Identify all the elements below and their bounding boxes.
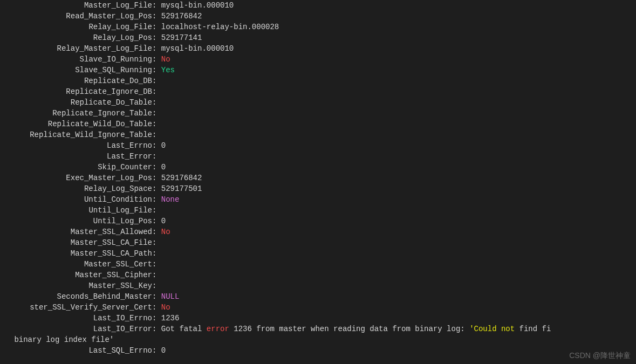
colon: : bbox=[152, 141, 161, 150]
colon: : bbox=[152, 195, 161, 204]
status-label: ster_SSL_Verify_Server_Cert bbox=[0, 302, 152, 313]
status-value: 529177141 bbox=[161, 33, 202, 42]
io-error-text: 1236 from master when reading data from … bbox=[229, 325, 469, 333]
status-label: Slave_IO_Running bbox=[0, 54, 152, 65]
status-value: No bbox=[161, 55, 170, 64]
status-label: Seconds_Behind_Master bbox=[0, 291, 152, 302]
status-row: Relay_Log_File: localhost-relay-bin.0000… bbox=[0, 22, 636, 32]
colon: : bbox=[152, 228, 161, 236]
colon: : bbox=[152, 238, 161, 247]
watermark-text: CSDN @降世神童 bbox=[569, 350, 631, 361]
status-label: Master_SSL_Allowed bbox=[0, 226, 152, 237]
status-row: Replicate_Do_Table: bbox=[0, 97, 636, 108]
colon: : bbox=[152, 206, 161, 215]
status-row-io-error-wrap: binary log index file' bbox=[0, 334, 636, 345]
status-label: Replicate_Ignore_Table bbox=[0, 108, 152, 119]
status-row: Master_Log_File: mysql-bin.000010 bbox=[0, 0, 636, 11]
status-value: No bbox=[161, 303, 170, 312]
status-row: Slave_IO_Running: No bbox=[0, 54, 636, 65]
status-row: Master_SSL_Key: bbox=[0, 280, 636, 291]
colon: : bbox=[152, 55, 161, 64]
status-label: Until_Log_File bbox=[0, 205, 152, 216]
status-row: Last_Error: bbox=[0, 151, 636, 162]
status-label: Replicate_Wild_Ignore_Table bbox=[0, 129, 152, 140]
status-row: Last_SQL_Errno: 0 bbox=[0, 345, 636, 356]
status-label: Until_Condition bbox=[0, 194, 152, 205]
io-error-quoted: Could not bbox=[474, 325, 515, 333]
status-row: Last_Errno: 0 bbox=[0, 140, 636, 151]
status-row-io-error: Last_IO_Error: Got fatal error 1236 from… bbox=[0, 324, 636, 334]
status-value: mysql-bin.000010 bbox=[161, 44, 234, 53]
colon: : bbox=[152, 249, 161, 258]
io-error-quote: ' bbox=[469, 325, 474, 333]
colon: : bbox=[152, 131, 161, 139]
status-label: Exec_Master_Log_Pos bbox=[0, 173, 152, 183]
status-row: Until_Condition: None bbox=[0, 194, 636, 205]
status-value: NULL bbox=[161, 292, 180, 301]
status-row: Relay_Log_Pos: 529177141 bbox=[0, 32, 636, 43]
status-label: Replicate_Do_DB bbox=[0, 75, 152, 86]
status-row: Replicate_Ignore_DB: bbox=[0, 86, 636, 97]
status-label: Read_Master_Log_Pos bbox=[0, 11, 152, 22]
status-row: Relay_Master_Log_File: mysql-bin.000010 bbox=[0, 43, 636, 54]
status-row: Slave_SQL_Running: Yes bbox=[0, 65, 636, 75]
colon: : bbox=[152, 174, 161, 182]
status-row: Seconds_Behind_Master: NULL bbox=[0, 291, 636, 302]
status-label: Last_IO_Errno bbox=[0, 313, 152, 324]
status-row: Until_Log_File: bbox=[0, 205, 636, 216]
io-error-wrap-text: binary log index file' bbox=[10, 335, 114, 344]
status-label: Relay_Log_Pos bbox=[0, 32, 152, 43]
status-label: Slave_SQL_Running bbox=[0, 65, 152, 75]
status-row: Skip_Counter: 0 bbox=[0, 162, 636, 173]
status-label: Master_SSL_Cipher bbox=[0, 270, 152, 280]
status-label: Master_SSL_Key bbox=[0, 280, 152, 291]
status-row: Master_SSL_Allowed: No bbox=[0, 226, 636, 237]
colon: : bbox=[152, 325, 161, 333]
status-value: 0 bbox=[161, 163, 166, 171]
status-label: Skip_Counter bbox=[0, 162, 152, 173]
colon: : bbox=[152, 271, 161, 279]
colon: : bbox=[152, 163, 161, 171]
colon: : bbox=[152, 66, 161, 74]
status-label: Last_Error bbox=[0, 151, 152, 162]
status-value: 529177501 bbox=[161, 184, 202, 193]
colon: : bbox=[152, 303, 161, 312]
status-label: Last_Errno bbox=[0, 140, 152, 151]
colon: : bbox=[152, 120, 161, 128]
status-value: 529176842 bbox=[161, 12, 202, 20]
colon: : bbox=[152, 44, 161, 53]
io-error-text: find fi bbox=[515, 325, 551, 333]
status-row: Replicate_Do_DB: bbox=[0, 75, 636, 86]
colon: : bbox=[152, 87, 161, 96]
status-label: Replicate_Do_Table bbox=[0, 97, 152, 108]
status-label: Relay_Log_File bbox=[0, 22, 152, 32]
status-row: Master_SSL_Cert: bbox=[0, 259, 636, 270]
colon: : bbox=[152, 1, 161, 10]
status-row: Master_SSL_CA_File: bbox=[0, 237, 636, 248]
terminal-output[interactable]: Master_Log_File: mysql-bin.000010Read_Ma… bbox=[0, 0, 636, 356]
colon: : bbox=[152, 12, 161, 20]
status-label: Master_SSL_CA_Path bbox=[0, 248, 152, 259]
io-error-keyword: error bbox=[207, 325, 229, 333]
status-row: Exec_Master_Log_Pos: 529176842 bbox=[0, 173, 636, 183]
status-row: Last_IO_Errno: 1236 bbox=[0, 313, 636, 324]
status-row: Master_SSL_Cipher: bbox=[0, 270, 636, 280]
status-label: Replicate_Ignore_DB bbox=[0, 86, 152, 97]
status-label: Last_SQL_Errno bbox=[0, 345, 152, 356]
colon: : bbox=[152, 77, 161, 85]
status-row: ster_SSL_Verify_Server_Cert: No bbox=[0, 302, 636, 313]
colon: : bbox=[152, 184, 161, 193]
status-label: Master_Log_File bbox=[0, 0, 152, 11]
status-value: 529176842 bbox=[161, 174, 202, 182]
status-value: No bbox=[161, 228, 170, 236]
status-row: Until_Log_Pos: 0 bbox=[0, 216, 636, 226]
colon: : bbox=[152, 292, 161, 301]
status-row: Read_Master_Log_Pos: 529176842 bbox=[0, 11, 636, 22]
status-value: mysql-bin.000010 bbox=[161, 1, 234, 10]
status-label: Master_SSL_CA_File bbox=[0, 237, 152, 248]
colon: : bbox=[152, 152, 161, 161]
status-label: Relay_Log_Space bbox=[0, 183, 152, 194]
status-label: Master_SSL_Cert bbox=[0, 259, 152, 270]
status-value: Yes bbox=[161, 66, 175, 74]
status-row: Relay_Log_Space: 529177501 bbox=[0, 183, 636, 194]
